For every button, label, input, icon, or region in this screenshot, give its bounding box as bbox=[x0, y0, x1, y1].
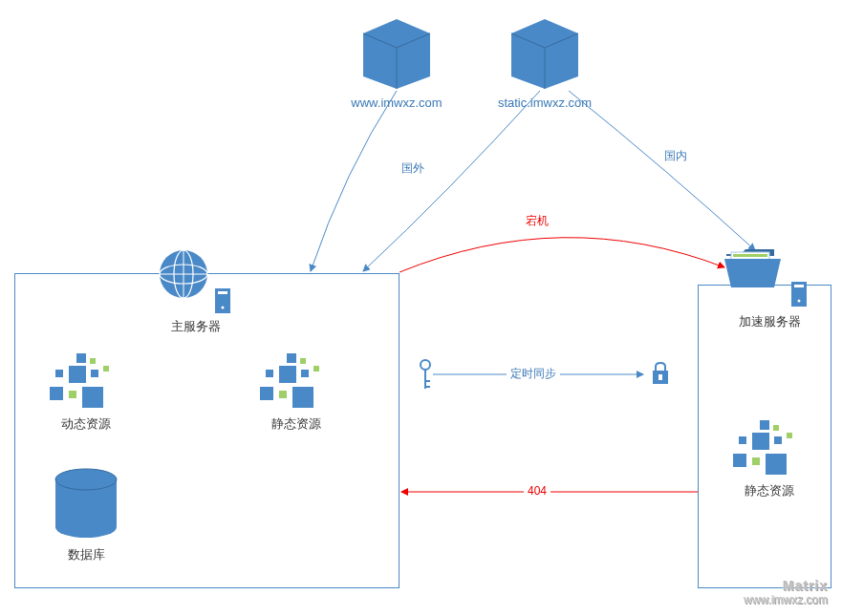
svg-rect-46 bbox=[658, 374, 662, 380]
svg-rect-50 bbox=[752, 433, 769, 450]
svg-rect-19 bbox=[103, 366, 109, 372]
svg-rect-54 bbox=[752, 457, 760, 465]
svg-point-13 bbox=[222, 307, 225, 309]
dynamic-res-label: 动态资源 bbox=[48, 415, 124, 433]
svg-rect-47 bbox=[760, 420, 769, 430]
svg-rect-30 bbox=[279, 391, 287, 398]
server-icon bbox=[789, 280, 809, 311]
cluster-icon bbox=[731, 415, 803, 480]
cube-www-icon bbox=[354, 14, 440, 92]
watermark: Matrix www.imwxz.com bbox=[744, 578, 828, 606]
svg-rect-17 bbox=[69, 366, 86, 383]
svg-rect-39 bbox=[794, 285, 804, 287]
watermark-url: www.imwxz.com bbox=[744, 593, 828, 606]
cluster-icon bbox=[48, 349, 119, 414]
edge-404-label: 404 bbox=[524, 484, 551, 498]
cluster-icon bbox=[258, 349, 330, 414]
server-icon bbox=[213, 287, 232, 318]
svg-rect-18 bbox=[91, 370, 98, 377]
static-res-label: 静态资源 bbox=[258, 415, 335, 433]
main-server-label: 主服务器 bbox=[158, 318, 234, 335]
svg-point-34 bbox=[55, 517, 117, 538]
svg-rect-53 bbox=[733, 454, 746, 467]
watermark-name: Matrix bbox=[744, 578, 828, 593]
globe-icon bbox=[158, 248, 210, 304]
svg-rect-23 bbox=[287, 353, 296, 363]
svg-point-41 bbox=[421, 360, 430, 370]
cube-www-label: www.imwxz.com bbox=[330, 96, 464, 110]
edge-downtime-label: 宕机 bbox=[526, 213, 549, 229]
svg-point-40 bbox=[798, 300, 801, 303]
svg-rect-16 bbox=[55, 370, 63, 377]
lock-icon bbox=[650, 361, 671, 389]
svg-rect-12 bbox=[218, 291, 227, 294]
key-icon bbox=[418, 358, 433, 394]
svg-rect-22 bbox=[82, 387, 103, 408]
static-res2-label: 静态资源 bbox=[731, 482, 808, 499]
svg-rect-48 bbox=[773, 425, 779, 431]
database-icon bbox=[53, 468, 119, 542]
svg-rect-51 bbox=[774, 436, 782, 444]
edge-sync-label: 定时同步 bbox=[507, 366, 560, 382]
svg-rect-20 bbox=[50, 387, 63, 400]
cube-static-label: static.imwxz.com bbox=[473, 96, 616, 110]
svg-rect-37 bbox=[733, 254, 767, 257]
svg-rect-55 bbox=[766, 454, 787, 475]
svg-rect-21 bbox=[69, 391, 76, 398]
svg-rect-49 bbox=[739, 436, 746, 444]
svg-rect-24 bbox=[300, 358, 306, 364]
svg-rect-14 bbox=[76, 353, 86, 363]
svg-rect-15 bbox=[90, 358, 96, 364]
edge-overseas-label: 国外 bbox=[401, 160, 424, 177]
folder-icon bbox=[722, 244, 784, 295]
svg-rect-26 bbox=[279, 366, 296, 383]
svg-rect-27 bbox=[301, 370, 309, 377]
svg-rect-28 bbox=[313, 366, 319, 372]
cube-static-icon bbox=[502, 14, 588, 92]
svg-rect-25 bbox=[266, 370, 273, 377]
svg-rect-29 bbox=[260, 387, 273, 400]
database-label: 数据库 bbox=[57, 546, 115, 563]
edge-domestic-label: 国内 bbox=[664, 148, 687, 164]
svg-rect-52 bbox=[787, 433, 792, 438]
accel-server-label: 加速服务器 bbox=[731, 313, 808, 330]
svg-rect-31 bbox=[292, 387, 313, 408]
